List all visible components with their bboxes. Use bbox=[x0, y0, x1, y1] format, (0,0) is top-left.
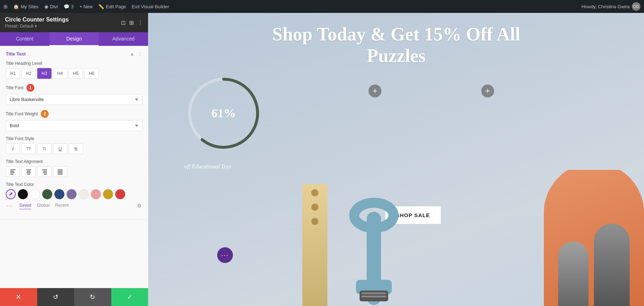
panel-header: Circle Counter Settings Preset: Default … bbox=[0, 13, 148, 32]
font-weight-field: Title Font Weight 2 Bold Normal Light 10… bbox=[6, 110, 142, 131]
save-button[interactable]: ✓ bbox=[111, 288, 148, 306]
align-left-btn[interactable] bbox=[6, 166, 20, 177]
italic-btn[interactable]: I bbox=[6, 143, 20, 154]
color-swatch-white[interactable] bbox=[30, 189, 40, 199]
section-more-icon[interactable]: ⋮ bbox=[137, 51, 142, 57]
ruler-hole-2 bbox=[311, 204, 318, 211]
heading-h5-btn[interactable]: H5 bbox=[69, 68, 83, 79]
exit-visual-builder-item[interactable]: Exit Visual Builder bbox=[132, 4, 169, 9]
add-module-btn-2[interactable]: + bbox=[481, 85, 494, 97]
my-sites-label: My Sites bbox=[21, 4, 39, 9]
color-swatch-darkgreen[interactable] bbox=[42, 189, 52, 199]
responsive-icon[interactable]: ⊡ bbox=[121, 19, 126, 26]
sale-heading: Shop Today & Get 15% Off All Puzzles bbox=[173, 24, 619, 67]
add-module-btn-1[interactable]: + bbox=[369, 85, 381, 97]
font-style-label: Title Font Style bbox=[6, 136, 142, 141]
svg-rect-8 bbox=[42, 169, 47, 170]
tab-design[interactable]: Design bbox=[49, 32, 99, 46]
wp-icon: ⊞ bbox=[4, 4, 8, 9]
divi-icon: ◉ bbox=[44, 4, 48, 9]
svg-rect-11 bbox=[44, 174, 47, 174]
align-right-btn[interactable] bbox=[37, 166, 52, 177]
align-center-btn[interactable] bbox=[21, 166, 36, 177]
style-buttons: I TT Tt U S bbox=[6, 143, 142, 154]
comment-icon: 💬 bbox=[64, 4, 69, 9]
color-swatch-black[interactable] bbox=[18, 189, 28, 199]
font-select[interactable]: Libre Baskerville bbox=[6, 94, 142, 105]
more-options-icon[interactable]: ⋮ bbox=[137, 19, 143, 26]
underline-btn[interactable]: U bbox=[53, 143, 67, 154]
title-text-section: Title Text ▲ ⋮ Title Heading Level H1 H2… bbox=[0, 46, 148, 220]
off-educational-label: off Educational Toys bbox=[184, 163, 231, 170]
color-swatch-pink[interactable] bbox=[91, 189, 101, 199]
ruler-toy bbox=[302, 184, 327, 306]
color-settings-gear[interactable]: ⚙ bbox=[137, 203, 142, 209]
edit-page-label: Edit Page bbox=[106, 4, 126, 9]
tab-content[interactable]: Content bbox=[0, 32, 49, 46]
color-dots-menu[interactable]: ··· bbox=[6, 203, 13, 209]
new-label: + New bbox=[79, 4, 93, 9]
section-title-title-text: Title Text bbox=[6, 51, 26, 57]
chevron-down-icon: ▾ bbox=[35, 24, 37, 29]
panel-layout-icon[interactable]: ⊞ bbox=[129, 19, 134, 26]
ruler-hole-1 bbox=[311, 189, 318, 196]
color-swatch-purple[interactable] bbox=[67, 189, 77, 199]
text-alignment-field: Title Text Alignment bbox=[6, 159, 142, 177]
heading-h3-btn[interactable]: H3 bbox=[37, 68, 52, 79]
edit-page-item[interactable]: ✏️ Edit Page bbox=[98, 4, 126, 9]
circle-counter: 61% bbox=[184, 74, 263, 153]
color-tab-saved[interactable]: Saved bbox=[19, 203, 31, 209]
text-alignment-label: Title Text Alignment bbox=[6, 159, 142, 164]
tab-advanced[interactable]: Advanced bbox=[99, 32, 148, 46]
uppercase-btn[interactable]: TT bbox=[21, 143, 36, 154]
svg-rect-22 bbox=[361, 292, 386, 294]
my-sites-item[interactable]: 🏠 My Sites bbox=[13, 4, 39, 9]
color-tab-global[interactable]: Global bbox=[37, 203, 49, 209]
font-badge: 1 bbox=[26, 84, 34, 92]
wp-admin-bar: ⊞ 🏠 My Sites ◉ Divi 💬 3 + New ✏️ Edit Pa… bbox=[0, 0, 644, 13]
svg-rect-2 bbox=[10, 172, 15, 173]
comments-item[interactable]: 💬 3 bbox=[64, 4, 74, 9]
svg-rect-7 bbox=[27, 174, 30, 174]
eyedropper-tool[interactable] bbox=[6, 189, 16, 199]
panel-content-area: Title Text ▲ ⋮ Title Heading Level H1 H2… bbox=[0, 46, 148, 288]
color-swatch-red[interactable] bbox=[115, 189, 125, 199]
font-label: Title Font 1 bbox=[6, 84, 142, 92]
cancel-button[interactable]: ✕ bbox=[0, 288, 37, 306]
heading-h6-btn[interactable]: H6 bbox=[84, 68, 99, 79]
divi-label: Divi bbox=[50, 4, 58, 9]
undo-button[interactable]: ↺ bbox=[37, 288, 74, 306]
heading-h2-btn[interactable]: H2 bbox=[21, 68, 36, 79]
wp-logo-item[interactable]: ⊞ bbox=[4, 4, 8, 9]
heading-h4-btn[interactable]: H4 bbox=[53, 68, 67, 79]
new-item[interactable]: + New bbox=[79, 4, 93, 9]
capitalize-btn[interactable]: Tt bbox=[37, 143, 52, 154]
svg-rect-5 bbox=[27, 171, 30, 172]
color-swatch-lightgray[interactable] bbox=[79, 189, 89, 199]
color-tab-recent[interactable]: Recent bbox=[55, 203, 69, 209]
svg-rect-13 bbox=[58, 171, 63, 172]
color-swatch-gold[interactable] bbox=[103, 189, 113, 199]
strikethrough-btn[interactable]: S bbox=[69, 143, 83, 154]
font-weight-select[interactable]: Bold Normal Light 100 200 300 400 500 60… bbox=[6, 120, 142, 131]
font-style-field: Title Font Style I TT Tt U S bbox=[6, 136, 142, 154]
howdy-label: Howdy, Christina Gwira CG bbox=[581, 2, 640, 11]
preset-selector[interactable]: Preset: Default ▾ bbox=[5, 24, 69, 29]
color-swatch-navy[interactable] bbox=[54, 189, 64, 199]
svg-rect-0 bbox=[10, 169, 15, 170]
ruler-hole-3 bbox=[311, 218, 318, 225]
title-text-label: Title Text bbox=[6, 51, 26, 57]
comments-count: 3 bbox=[71, 4, 74, 9]
divi-item[interactable]: ◉ Divi bbox=[44, 4, 58, 9]
settings-panel: Circle Counter Settings Preset: Default … bbox=[0, 13, 148, 306]
svg-rect-1 bbox=[10, 171, 14, 172]
svg-rect-14 bbox=[58, 172, 63, 173]
redo-button[interactable]: ↻ bbox=[74, 288, 111, 306]
svg-rect-12 bbox=[58, 169, 63, 170]
collapse-icon[interactable]: ▲ bbox=[130, 51, 135, 57]
font-field: Title Font 1 Libre Baskerville bbox=[6, 84, 142, 105]
heading-buttons: H1 H2 H3 H4 H5 H6 bbox=[6, 68, 142, 79]
align-justify-btn[interactable] bbox=[53, 166, 67, 177]
heading-h1-btn[interactable]: H1 bbox=[6, 68, 20, 79]
svg-rect-10 bbox=[43, 172, 47, 173]
